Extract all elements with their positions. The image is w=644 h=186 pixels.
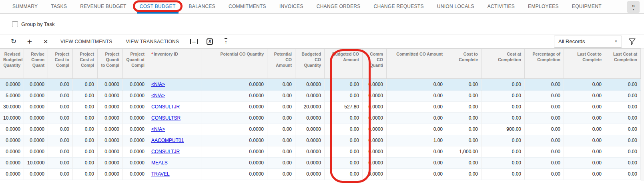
cell-cost-at-completion[interactable]: 0.00 xyxy=(481,90,525,101)
cell-project-quantity-at-completion[interactable]: 0.0000 xyxy=(123,124,148,135)
cell-potential-co-amount[interactable]: 0.00 xyxy=(267,90,295,101)
table-row[interactable]: 0.00000.00000.000.000.00000.0000<N/A>0.0… xyxy=(0,124,641,135)
cell-committed-co-amount[interactable]: 0.00 xyxy=(387,113,446,124)
tab-union-locals[interactable]: UNION LOCALS xyxy=(437,0,474,13)
cell-last-cost-at-completion[interactable]: 0.00 xyxy=(605,124,641,135)
cell-percentage-of-completion[interactable]: 0.00 xyxy=(525,90,564,101)
cell-last-cost-at-completion[interactable]: 0.00 xyxy=(605,113,641,124)
cell-budgeted-co-amount[interactable]: 0.00 xyxy=(325,135,363,146)
cell-budgeted-co-amount[interactable]: 0.00 xyxy=(325,90,363,101)
tab-cost-budget[interactable]: COST BUDGET xyxy=(140,0,176,13)
cell-percentage-of-completion[interactable]: 0.00 xyxy=(525,79,564,90)
column-header-project-cost-at-completion[interactable]: Project Cost at Compl xyxy=(73,49,98,78)
fit-width-button[interactable]: ↔ xyxy=(186,36,202,47)
cell-committed-co-amount[interactable]: 0.00 xyxy=(387,169,446,180)
cell-potential-co-quantity[interactable]: 0.0000 xyxy=(201,158,267,168)
cell-project-cost-to-complete[interactable]: 0.00 xyxy=(48,79,73,90)
cell-last-cost-at-completion[interactable]: 0.00 xyxy=(605,169,641,180)
column-header-potential-co-amount[interactable]: Potential CO Amount xyxy=(267,49,295,78)
upload-button[interactable]: ↑ xyxy=(218,36,234,47)
column-header-project-cost-to-complete[interactable]: Project Cost to Compl xyxy=(48,49,73,78)
cell-project-cost-to-complete[interactable]: 0.00 xyxy=(48,124,73,135)
tab-employees[interactable]: EMPLOYEES xyxy=(528,0,559,13)
filter-settings-button[interactable] xyxy=(628,38,636,45)
cell-project-cost-at-completion[interactable]: 0.00 xyxy=(73,113,98,124)
column-header-revised-budgeted-quantity[interactable]: Revised Budgeted Quantity xyxy=(0,49,24,78)
column-header-committed-co-quantity[interactable]: Comm CO Quanti xyxy=(363,49,387,78)
cell-budgeted-co-amount[interactable]: 527.80 xyxy=(325,102,363,112)
delete-row-button[interactable]: × xyxy=(38,36,54,47)
cell-budgeted-co-quantity[interactable]: 0.0000 xyxy=(295,158,325,168)
view-commitments-button[interactable]: VIEW COMMITMENTS xyxy=(54,36,119,47)
cell-cost-at-completion[interactable]: 0.00 xyxy=(481,113,525,124)
column-header-project-quantity-at-completion[interactable]: Project Quanti at Compl xyxy=(123,49,148,78)
cell-project-quantity-to-complete[interactable]: 0.0000 xyxy=(98,169,123,180)
cell-last-cost-to-complete[interactable]: 0.00 xyxy=(564,146,605,157)
cell-committed-co-amount[interactable]: 0.00 xyxy=(387,158,446,168)
table-row[interactable]: 0.00000.00000.000.000.00000.0000AACOMPUT… xyxy=(0,135,641,146)
export-excel-button[interactable]: X xyxy=(202,36,218,47)
cell-potential-co-quantity[interactable]: 0.0000 xyxy=(201,169,267,180)
cell-potential-co-quantity[interactable]: 0.0000 xyxy=(201,146,267,157)
cell-potential-co-quantity[interactable]: 0.0000 xyxy=(201,113,267,124)
add-row-button[interactable]: + xyxy=(22,36,38,47)
cell-project-cost-to-complete[interactable]: 0.00 xyxy=(48,135,73,146)
cell-last-cost-at-completion[interactable]: 0.00 xyxy=(605,135,641,146)
cell-project-cost-to-complete[interactable]: 0.00 xyxy=(48,169,73,180)
cell-project-quantity-at-completion[interactable]: 0.0000 xyxy=(123,158,148,168)
cell-committed-co-quantity[interactable]: 0.0000 xyxy=(363,124,387,135)
cell-project-quantity-to-complete[interactable]: 0.0000 xyxy=(98,146,123,157)
tab-revenue-budget[interactable]: REVENUE BUDGET xyxy=(80,0,126,13)
inventory-id-link[interactable]: AACOMPUT01 xyxy=(151,138,184,143)
cell-last-cost-to-complete[interactable]: 0.00 xyxy=(564,135,605,146)
cell-cost-to-complete[interactable]: 0.00 xyxy=(446,113,481,124)
cell-project-quantity-at-completion[interactable]: 0.0000 xyxy=(123,169,148,180)
cell-project-cost-at-completion[interactable]: 0.00 xyxy=(73,135,98,146)
cell-last-cost-to-complete[interactable]: 0.00 xyxy=(564,169,605,180)
cell-last-cost-at-completion[interactable]: 0.00 xyxy=(605,79,641,90)
table-row[interactable]: 0.00000.00000.000.000.00000.0000CONSULTJ… xyxy=(0,146,641,158)
cell-committed-co-amount[interactable]: 0.00 xyxy=(387,79,446,90)
cell-potential-co-quantity[interactable]: 0.0000 xyxy=(201,102,267,112)
tab-invoices[interactable]: INVOICES xyxy=(279,0,303,13)
cell-project-cost-at-completion[interactable]: 0.00 xyxy=(73,158,98,168)
cell-potential-co-amount[interactable]: 0.00 xyxy=(267,124,295,135)
inventory-id-link[interactable]: MEALS xyxy=(151,160,168,166)
cell-potential-co-amount[interactable]: 0.00 xyxy=(267,146,295,157)
cell-revised-committed-quantity[interactable]: 0.0000 xyxy=(24,113,48,124)
cell-potential-co-quantity[interactable]: 0.0000 xyxy=(201,124,267,135)
column-header-committed-co-amount[interactable]: Committed CO Amount xyxy=(387,49,446,78)
cell-project-cost-at-completion[interactable]: 0.00 xyxy=(73,90,98,101)
cell-budgeted-co-quantity[interactable]: 0.0000 xyxy=(295,113,325,124)
cell-project-quantity-to-complete[interactable]: 0.0000 xyxy=(98,113,123,124)
cell-cost-at-completion[interactable]: 0.00 xyxy=(481,158,525,168)
cell-project-quantity-at-completion[interactable]: 0.0000 xyxy=(123,146,148,157)
cell-revised-committed-quantity[interactable]: 0.0000 xyxy=(24,124,48,135)
cell-committed-co-quantity[interactable]: 0.0000 xyxy=(363,146,387,157)
cell-revised-committed-quantity[interactable]: 0.0000 xyxy=(24,169,48,180)
tab-change-orders[interactable]: CHANGE ORDERS xyxy=(317,0,361,13)
cell-cost-to-complete[interactable]: 0.00 xyxy=(446,169,481,180)
cell-committed-co-amount[interactable]: 1.00 xyxy=(387,135,446,146)
cell-project-quantity-at-completion[interactable]: 0.0000 xyxy=(123,102,148,112)
cell-potential-co-amount[interactable]: 0.00 xyxy=(267,135,295,146)
cell-project-cost-to-complete[interactable]: 0.00 xyxy=(48,102,73,112)
column-header-inventory-id[interactable]: *Inventory ID xyxy=(148,49,201,78)
cell-project-quantity-at-completion[interactable]: 0.0000 xyxy=(123,113,148,124)
cell-budgeted-co-amount[interactable]: 0.00 xyxy=(325,124,363,135)
inventory-id-link[interactable]: CONSULTSR xyxy=(151,115,181,121)
cell-committed-co-amount[interactable]: 0.00 xyxy=(387,146,446,157)
inventory-id-link[interactable]: CONSULTJR xyxy=(151,149,180,154)
cell-cost-at-completion[interactable]: 0.00 xyxy=(481,135,525,146)
cell-project-cost-at-completion[interactable]: 0.00 xyxy=(73,79,98,90)
cell-potential-co-amount[interactable]: 0.00 xyxy=(267,113,295,124)
cell-project-cost-at-completion[interactable]: 0.00 xyxy=(73,169,98,180)
cell-project-quantity-to-complete[interactable]: 0.0000 xyxy=(98,135,123,146)
cell-project-quantity-to-complete[interactable]: 0.0000 xyxy=(98,124,123,135)
cell-committed-co-quantity[interactable]: 0.0000 xyxy=(363,158,387,168)
column-header-budgeted-co-amount[interactable]: Budgeted CO Amount xyxy=(325,49,363,78)
cell-revised-committed-quantity[interactable]: 0.0000 xyxy=(24,102,48,112)
cell-potential-co-amount[interactable]: 0.00 xyxy=(267,102,295,112)
table-row[interactable]: 0.00000.00000.000.000.00000.0000TRAVEL0.… xyxy=(0,169,641,180)
cell-budgeted-co-quantity[interactable]: 20.0000 xyxy=(295,102,325,112)
